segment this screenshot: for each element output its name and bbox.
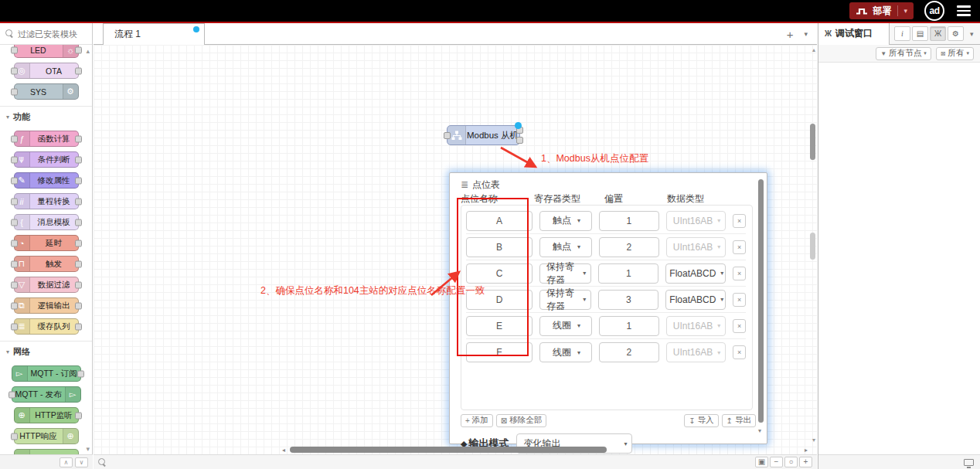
scroll-right-icon[interactable]: ▸ (805, 447, 808, 454)
debug-message-list (818, 63, 980, 454)
palette-item-led[interactable]: LED ☼ (14, 45, 79, 58)
data-type-select[interactable]: FloatABCD▾ (665, 290, 726, 310)
add-flow-icon[interactable]: + (787, 28, 794, 41)
input-port[interactable] (444, 132, 451, 139)
chevron-down-icon: ▾ (717, 243, 720, 250)
palette-item-delay[interactable]: ◔ 延时 (14, 235, 79, 251)
offset-input[interactable] (599, 316, 659, 336)
palette-item-label: 逻辑输出 (30, 298, 78, 313)
remove-row-button[interactable]: × (733, 319, 746, 333)
palette-item-queue[interactable]: ≣ 缓存队列 (14, 318, 79, 335)
point-name-input[interactable] (466, 316, 533, 336)
palette-scroll-up-icon[interactable]: ▴ (86, 48, 90, 55)
remove-all-button[interactable]: ⊠移除全部 (496, 414, 546, 427)
node-modbus-slave[interactable]: Modbus 从机 (447, 125, 520, 145)
palette-item-change[interactable]: ✎ 修改属性 (14, 172, 79, 189)
remove-row-button[interactable]: × (733, 240, 746, 254)
remove-row-button[interactable]: × (733, 267, 746, 280)
scroll-down-icon[interactable]: ▾ (812, 437, 815, 444)
palette-item-range[interactable]: ii 量程转换 (14, 193, 79, 209)
main-menu-icon[interactable] (955, 2, 972, 19)
add-row-button[interactable]: +添加 (461, 414, 493, 427)
offset-input[interactable] (599, 211, 659, 231)
vscroll-thumb[interactable] (810, 124, 815, 160)
clear-messages-button[interactable]: ⊠ 所有 ▾ (936, 47, 974, 60)
import-button[interactable]: ↧导入 (684, 414, 718, 427)
collapse-all-icon[interactable]: ∧ (60, 457, 73, 467)
palette-item-sys[interactable]: SYS ⚙ (14, 83, 79, 100)
expand-all-icon[interactable]: ∨ (75, 457, 88, 467)
search-icon[interactable] (98, 458, 107, 467)
palette-item-function[interactable]: ƒ 函数计算 (14, 131, 79, 147)
palette-item-logic-output[interactable]: ⧉ 逻辑输出 (14, 297, 79, 314)
help-tab-icon[interactable]: ▤ (912, 26, 928, 41)
tab-debug[interactable]: Ж 调试窗口 (818, 23, 890, 45)
point-name-input[interactable] (466, 263, 533, 284)
debug-tab-icon[interactable]: Ж (930, 26, 946, 41)
palette-item-template[interactable]: { 消息模板 (14, 214, 79, 230)
info-tab-icon[interactable]: i (894, 26, 910, 41)
point-name-input[interactable] (466, 237, 533, 257)
plus-icon: + (465, 416, 470, 425)
point-name-input[interactable] (466, 211, 533, 231)
node-changed-dot (515, 122, 522, 129)
register-type-select[interactable]: 触点▾ (539, 211, 592, 231)
table-row: 线圈▾ UInt16AB▾ × (466, 313, 746, 339)
palette-item-label: HTTP监听 (30, 408, 78, 423)
gear-icon: ⚙ (63, 84, 78, 99)
config-tab-icon[interactable]: ⚙ (948, 26, 964, 41)
deploy-button[interactable]: 部署 ▾ (849, 2, 914, 19)
port (11, 67, 18, 74)
palette-item-ota[interactable]: ◎ OTA (14, 63, 79, 79)
hscroll-thumb[interactable] (290, 447, 607, 453)
remove-row-button[interactable]: × (733, 345, 746, 359)
output-port[interactable] (516, 137, 523, 144)
scroll-down-icon[interactable]: ▾ (758, 427, 761, 434)
navigator-icon[interactable]: ▣ (755, 457, 768, 467)
export-button[interactable]: ↥导出 (722, 414, 756, 427)
palette-item-partial[interactable]: ⊕ (14, 449, 79, 454)
remove-row-button[interactable]: × (733, 214, 746, 228)
palette-scroll-down-icon[interactable]: ▾ (86, 446, 90, 453)
palette-item-mqtt-sub[interactable]: ▻ MQTT - 订阅 (12, 365, 81, 382)
palette-section-header[interactable]: ▾ 功能 (0, 108, 92, 126)
deploy-options-caret-icon[interactable]: ▾ (897, 5, 907, 16)
register-type-select[interactable]: 线圈▾ (539, 342, 592, 362)
flow-canvas[interactable]: Modbus 从机 1、Modbus从机点位配置 2、确保点位名称和104主站的… (94, 45, 817, 454)
zoom-in-icon[interactable]: + (799, 457, 812, 467)
vscroll-thumb-secondary[interactable] (810, 233, 815, 260)
dialog-scrollbar-thumb[interactable] (758, 179, 764, 423)
register-type-select[interactable]: 保持寄存器▾ (539, 263, 591, 284)
zoom-out-icon[interactable]: − (770, 457, 783, 467)
palette-section-network: ▾ 网络 ▻ MQTT - 订阅 MQTT - 发布 ▻ ⊕ HTTP监听 (0, 341, 92, 454)
data-type-select[interactable]: FloatABCD▾ (665, 263, 726, 284)
palette-item-mqtt-pub[interactable]: MQTT - 发布 ▻ (12, 386, 81, 403)
avatar[interactable]: ad (924, 1, 944, 21)
flow-list-caret-icon[interactable]: ▾ (804, 30, 808, 38)
register-type-select[interactable]: 保持寄存器▾ (539, 290, 591, 310)
import-icon: ↧ (689, 416, 695, 425)
palette-item-trigger[interactable]: ⊓ 触发 (14, 256, 79, 272)
palette-item-filter[interactable]: ▽ 数据过滤 (14, 277, 79, 293)
point-name-input[interactable] (466, 342, 533, 362)
port (75, 219, 82, 226)
tab-flow-1[interactable]: 流程 1 (103, 23, 205, 45)
scroll-left-icon[interactable]: ◂ (282, 447, 285, 454)
sidebar-options-caret-icon[interactable]: ▾ (970, 30, 974, 38)
offset-input[interactable] (598, 290, 658, 310)
register-type-select[interactable]: 触点▾ (539, 237, 592, 257)
offset-input[interactable] (599, 342, 659, 362)
palette-item-http-in[interactable]: ⊕ HTTP监听 (14, 407, 79, 423)
open-window-icon[interactable] (964, 459, 974, 466)
palette-item-switch[interactable]: ⋔ 条件判断 (14, 151, 79, 168)
palette-section-header[interactable]: ▾ 网络 (0, 343, 92, 361)
zoom-reset-icon[interactable]: ○ (784, 457, 798, 467)
scroll-up-icon[interactable]: ▴ (812, 46, 815, 53)
palette-search-input[interactable] (18, 29, 89, 39)
remove-row-button[interactable]: × (733, 293, 746, 307)
register-type-select[interactable]: 线圈▾ (539, 316, 592, 336)
offset-input[interactable] (599, 237, 659, 257)
filter-nodes-button[interactable]: ▼ 所有节点 ▾ (876, 47, 931, 60)
offset-input[interactable] (598, 263, 658, 284)
palette-item-http-response[interactable]: HTTP响应 ⊕ (14, 428, 79, 444)
